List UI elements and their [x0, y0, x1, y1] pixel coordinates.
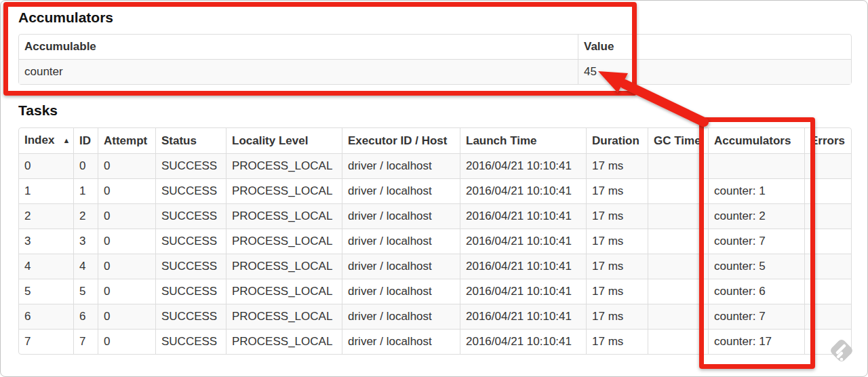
column-header-label: Launch Time [466, 134, 537, 147]
column-header-label: GC Time [654, 134, 701, 147]
table-cell-id: 4 [73, 254, 98, 279]
table-cell-executor-id-host: driver / localhost [342, 153, 460, 178]
table-row: 220SUCCESSPROCESS_LOCALdriver / localhos… [19, 203, 851, 229]
accumulators-table-body: counter45 [19, 59, 851, 84]
table-cell-index: 7 [19, 329, 73, 354]
column-header-label: Index [24, 134, 54, 146]
table-cell-id: 7 [73, 329, 98, 354]
column-header-value: Value [578, 35, 851, 59]
table-cell-id: 5 [73, 279, 98, 304]
table-cell-attempt: 0 [98, 329, 155, 354]
column-header-label: Executor ID / Host [348, 134, 447, 147]
table-row: 660SUCCESSPROCESS_LOCALdriver / localhos… [19, 304, 851, 329]
table-cell-gc-time [648, 178, 708, 203]
column-header-label: Duration [592, 134, 639, 147]
table-cell-index: 0 [19, 153, 73, 178]
table-cell-attempt: 0 [98, 304, 155, 329]
table-cell-launch-time: 2016/04/21 10:10:41 [460, 329, 586, 354]
column-header-duration[interactable]: Duration [586, 128, 648, 153]
column-header-label: Value [584, 40, 614, 53]
accumulators-table: AccumulableValue counter45 [18, 34, 852, 85]
table-cell-gc-time [648, 279, 708, 304]
table-cell-status: SUCCESS [155, 304, 226, 329]
column-header-errors[interactable]: Errors [804, 128, 851, 153]
tasks-table-header: Index▲IDAttemptStatusLocality LevelExecu… [19, 128, 851, 153]
table-cell-index: 2 [19, 203, 73, 229]
table-cell-gc-time [648, 254, 708, 279]
header-row: Index▲IDAttemptStatusLocality LevelExecu… [19, 128, 851, 153]
table-cell-locality-level: PROCESS_LOCAL [226, 304, 342, 329]
column-header-id[interactable]: ID [73, 128, 98, 153]
table-row: 770SUCCESSPROCESS_LOCALdriver / localhos… [19, 329, 851, 354]
table-cell-launch-time: 2016/04/21 10:10:41 [460, 203, 586, 229]
header-row: AccumulableValue [19, 35, 851, 59]
table-cell-gc-time [648, 229, 708, 254]
table-row: 440SUCCESSPROCESS_LOCALdriver / localhos… [19, 254, 851, 279]
tasks-section-title: Tasks [18, 102, 850, 119]
table-cell-id: 3 [73, 229, 98, 254]
column-header-label: Attempt [104, 134, 147, 147]
table-cell-errors [804, 178, 851, 203]
table-cell-gc-time [648, 329, 708, 354]
column-header-executor-id-host[interactable]: Executor ID / Host [342, 128, 460, 153]
table-cell-accumulators: counter: 7 [708, 304, 804, 329]
table-cell-status: SUCCESS [155, 178, 226, 203]
table-cell-index: 4 [19, 254, 73, 279]
table-row: 000SUCCESSPROCESS_LOCALdriver / localhos… [19, 153, 851, 178]
table-cell-accumulators: counter: 6 [708, 279, 804, 304]
table-row: 550SUCCESSPROCESS_LOCALdriver / localhos… [19, 279, 851, 304]
table-cell-index: 6 [19, 304, 73, 329]
sort-ascending-icon: ▲ [62, 136, 70, 144]
table-cell-errors [804, 279, 851, 304]
table-cell-duration: 17 ms [586, 304, 648, 329]
table-row: 330SUCCESSPROCESS_LOCALdriver / localhos… [19, 229, 851, 254]
table-cell-executor-id-host: driver / localhost [342, 203, 460, 229]
table-cell-status: SUCCESS [155, 229, 226, 254]
accumulators-table-header: AccumulableValue [19, 35, 851, 59]
page-content: Accumulators AccumulableValue counter45 … [1, 9, 867, 355]
table-cell-duration: 17 ms [586, 178, 648, 203]
table-cell-launch-time: 2016/04/21 10:10:41 [460, 279, 586, 304]
table-cell-accumulators: counter: 17 [708, 329, 804, 354]
column-header-label: Status [161, 134, 197, 147]
table-cell-duration: 17 ms [586, 254, 648, 279]
column-header-launch-time[interactable]: Launch Time [460, 128, 586, 153]
table-cell-locality-level: PROCESS_LOCAL [226, 153, 342, 178]
table-cell-status: SUCCESS [155, 153, 226, 178]
table-cell-accumulators [708, 153, 804, 178]
table-cell-executor-id-host: driver / localhost [342, 254, 460, 279]
table-cell-attempt: 0 [98, 254, 155, 279]
column-header-label: Accumulators [714, 134, 791, 147]
table-cell-launch-time: 2016/04/21 10:10:41 [460, 229, 586, 254]
table-cell-errors [804, 254, 851, 279]
table-cell-errors [804, 329, 851, 354]
table-cell-launch-time: 2016/04/21 10:10:41 [460, 178, 586, 203]
column-header-accumulable: Accumulable [19, 35, 578, 59]
column-header-index[interactable]: Index▲ [19, 128, 73, 153]
column-header-attempt[interactable]: Attempt [98, 128, 155, 153]
table-cell-errors [804, 153, 851, 178]
column-header-locality-level[interactable]: Locality Level [226, 128, 342, 153]
column-header-label: Locality Level [232, 134, 308, 147]
table-cell-value: 45 [578, 59, 851, 84]
column-header-status[interactable]: Status [155, 128, 226, 153]
table-cell-duration: 17 ms [586, 329, 648, 354]
table-cell-index: 1 [19, 178, 73, 203]
table-cell-gc-time [648, 304, 708, 329]
table-cell-locality-level: PROCESS_LOCAL [226, 279, 342, 304]
table-cell-locality-level: PROCESS_LOCAL [226, 203, 342, 229]
table-cell-attempt: 0 [98, 153, 155, 178]
column-header-label: Errors [810, 134, 845, 147]
table-cell-index: 5 [19, 279, 73, 304]
table-cell-launch-time: 2016/04/21 10:10:41 [460, 153, 586, 178]
table-cell-locality-level: PROCESS_LOCAL [226, 229, 342, 254]
table-cell-status: SUCCESS [155, 254, 226, 279]
table-cell-executor-id-host: driver / localhost [342, 229, 460, 254]
table-cell-executor-id-host: driver / localhost [342, 178, 460, 203]
table-cell-errors [804, 229, 851, 254]
table-cell-id: 6 [73, 304, 98, 329]
table-cell-duration: 17 ms [586, 203, 648, 229]
table-cell-accumulators: counter: 5 [708, 254, 804, 279]
column-header-accumulators[interactable]: Accumulators [708, 128, 804, 153]
column-header-gc-time[interactable]: GC Time [648, 128, 708, 153]
